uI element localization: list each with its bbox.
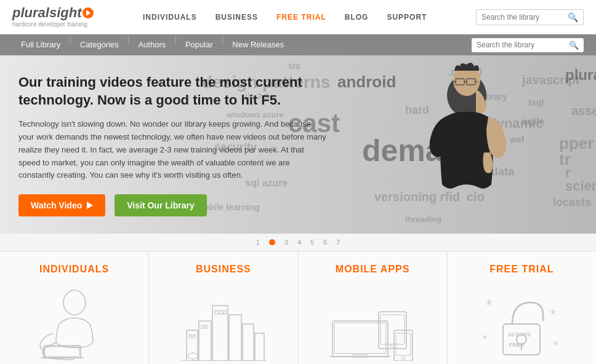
svg-rect-14 xyxy=(229,315,241,361)
card-mobile-apps-image xyxy=(311,284,435,364)
card-business-image xyxy=(161,284,285,364)
logo-play-icon xyxy=(83,7,94,18)
card-business[interactable]: BUSINESS xyxy=(149,251,298,364)
sub-nav-full-library[interactable]: Full Library xyxy=(12,34,69,55)
card-individuals-image xyxy=(12,284,136,364)
svg-text:★: ★ xyxy=(485,297,493,307)
svg-rect-27 xyxy=(332,321,388,357)
carousel-dot-3[interactable]: 3 xyxy=(284,239,288,246)
svg-rect-32 xyxy=(381,315,405,344)
sub-search-icon: 🔍 xyxy=(569,41,579,50)
hero-body: Technology isn't slowing down. No wonder… xyxy=(18,118,326,182)
svg-rect-15 xyxy=(243,324,254,361)
sub-links: Full Library | Categories | Authors | Po… xyxy=(12,34,472,55)
hero-person xyxy=(399,55,534,234)
nav-free-trial[interactable]: FREE TRIAL xyxy=(276,13,326,22)
card-mobile-apps[interactable]: MOBILE APPS xyxy=(299,251,448,364)
svg-rect-22 xyxy=(219,311,222,314)
bottom-cards: INDIVIDUALS BUSINESS xyxy=(0,251,596,364)
nav-individuals[interactable]: INDIVIDUALS xyxy=(143,13,197,22)
svg-text:★: ★ xyxy=(552,339,559,347)
carousel-dot-2-active[interactable] xyxy=(269,239,275,245)
carousel-dot-4[interactable]: 4 xyxy=(297,239,301,246)
nav-blog[interactable]: BLOG xyxy=(345,13,369,22)
card-individuals-title: INDIVIDUALS xyxy=(12,264,136,275)
sub-nav-authors[interactable]: Authors xyxy=(129,34,174,55)
svg-text:10 DAYS: 10 DAYS xyxy=(508,331,531,338)
svg-rect-9 xyxy=(45,347,79,357)
btn-watch-label: Watch Video xyxy=(31,200,82,210)
sub-search-input[interactable] xyxy=(477,41,569,49)
svg-rect-20 xyxy=(205,325,207,328)
sub-nav-categories[interactable]: Categories xyxy=(71,34,127,55)
svg-rect-18 xyxy=(193,335,195,338)
card-mobile-apps-title: MOBILE APPS xyxy=(311,264,435,275)
carousel-dot-5[interactable]: 5 xyxy=(310,239,314,246)
btn-library-label: Visit Our Library xyxy=(127,200,194,210)
hero-buttons: Watch Video Visit Our Library xyxy=(18,194,326,216)
svg-point-7 xyxy=(63,290,86,315)
card-individuals[interactable]: INDIVIDUALS xyxy=(0,251,149,364)
svg-rect-23 xyxy=(223,311,226,314)
header: pluralsight hardcore developer training … xyxy=(0,0,596,34)
svg-text:★: ★ xyxy=(549,307,557,317)
search-icon: 🔍 xyxy=(568,12,578,22)
visit-library-button[interactable]: Visit Our Library xyxy=(115,194,206,216)
card-free-trial-title: FREE TRIAL xyxy=(460,264,584,275)
svg-point-36 xyxy=(401,357,405,360)
svg-text:★: ★ xyxy=(481,333,488,341)
sub-nav-popular[interactable]: Popular xyxy=(177,34,222,55)
svg-rect-19 xyxy=(201,325,204,328)
svg-rect-34 xyxy=(394,330,413,361)
hero-section: design patterns cast security sql azure … xyxy=(0,55,596,234)
play-triangle-icon xyxy=(87,202,93,209)
logo-area: pluralsight hardcore developer training xyxy=(12,6,94,28)
svg-rect-16 xyxy=(255,333,264,361)
header-search-input[interactable] xyxy=(481,13,568,22)
carousel-dot-7[interactable]: 7 xyxy=(336,239,340,246)
logo[interactable]: pluralsight xyxy=(12,6,94,20)
carousel-dots: 1 3 4 5 6 7 xyxy=(0,234,596,251)
card-free-trial-image: ★ ★ ★ ★ 10 DAYS FREE xyxy=(460,284,584,364)
watch-video-button[interactable]: Watch Video xyxy=(18,194,105,216)
nav-support[interactable]: SUPPORT xyxy=(387,13,427,22)
carousel-dot-1[interactable]: 1 xyxy=(256,239,260,246)
card-business-title: BUSINESS xyxy=(161,264,285,275)
hero-heading: Our training videos feature the most cur… xyxy=(18,74,326,109)
header-search[interactable]: 🔍 xyxy=(476,9,584,25)
person-illustration xyxy=(405,61,528,234)
hero-content: Our training videos feature the most cur… xyxy=(0,55,345,234)
sub-nav-new-releases[interactable]: New Releases xyxy=(223,34,292,55)
nav-business[interactable]: BUSINESS xyxy=(215,13,258,22)
sub-search[interactable]: 🔍 xyxy=(472,38,584,52)
svg-rect-11 xyxy=(187,330,198,361)
sub-nav: Full Library | Categories | Authors | Po… xyxy=(0,34,596,55)
logo-subtitle: hardcore developer training xyxy=(12,21,87,28)
svg-text:FREE: FREE xyxy=(509,342,524,348)
main-nav: INDIVIDUALS BUSINESS FREE TRIAL BLOG SUP… xyxy=(143,13,427,22)
card-free-trial[interactable]: FREE TRIAL ★ ★ ★ ★ 10 DAYS FREE xyxy=(448,251,596,364)
carousel-dot-6[interactable]: 6 xyxy=(323,239,327,246)
svg-rect-17 xyxy=(189,335,191,338)
svg-point-25 xyxy=(188,353,198,359)
svg-rect-21 xyxy=(215,311,218,314)
